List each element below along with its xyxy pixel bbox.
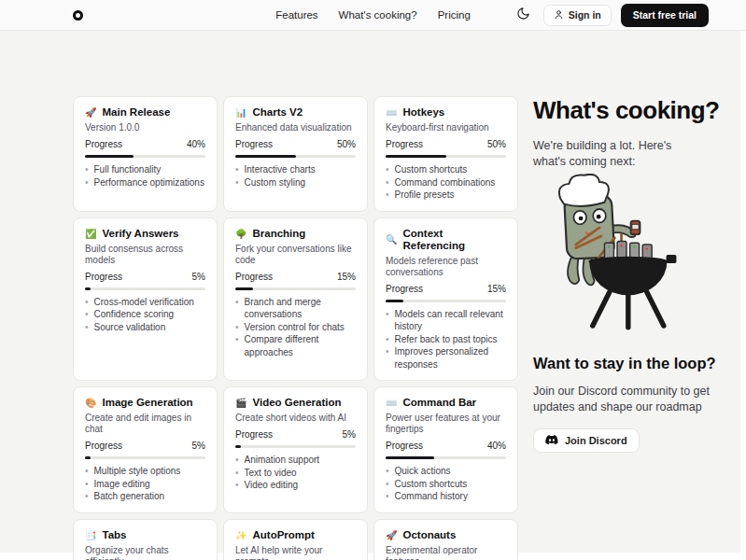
progress-bar	[386, 155, 506, 158]
progress-value: 50%	[487, 139, 506, 150]
bullet-text: Source validation	[94, 321, 166, 334]
bullet-dot: •	[85, 176, 89, 189]
user-icon	[554, 9, 564, 21]
feature-bullet: •Branch and merge conversations	[235, 296, 356, 321]
feature-card: 📑 Tabs Organize your chats efficiently P…	[73, 519, 218, 560]
bullet-dot: •	[386, 163, 389, 176]
feature-bullet: •Improves personalized responses	[386, 345, 506, 371]
bullet-dot: •	[85, 321, 89, 334]
progress-bar	[386, 300, 506, 302]
discord-icon	[545, 435, 558, 447]
bullet-text: Image editing	[94, 478, 150, 491]
bullet-dot: •	[235, 467, 239, 480]
feature-bullet: •Custom shortcuts	[386, 163, 506, 176]
feature-bullet: •Text to video	[235, 467, 356, 480]
feature-card: 🚀 Octonauts Experimental operator featur…	[373, 519, 518, 560]
feature-subtitle: Create short videos with AI	[235, 413, 356, 424]
feature-bullet: •Quick actions	[386, 465, 506, 478]
progress-value: 50%	[337, 139, 356, 150]
feature-bullet: •Interactive charts	[235, 163, 356, 176]
nav-link-whats-cooking[interactable]: What's cooking?	[339, 9, 417, 21]
feature-bullet-list: •Branch and merge conversations•Version …	[235, 296, 356, 359]
feature-bullet: •Performance optimizations	[85, 176, 205, 189]
feature-subtitle: Enhanced data visualization	[235, 122, 356, 133]
progress-value: 15%	[337, 272, 356, 283]
sign-in-button[interactable]: Sign in	[543, 5, 612, 26]
progress-bar	[235, 155, 356, 158]
feature-title: Main Release	[102, 106, 170, 119]
sparkles-icon: ✨	[235, 529, 246, 541]
feature-bullet-list: •Interactive charts•Custom styling	[235, 163, 356, 189]
octopus-chef-grill-illustration	[533, 174, 740, 338]
feature-bullet: •Refer back to past topics	[386, 333, 506, 346]
bullet-text: Profile presets	[395, 189, 455, 202]
feature-subtitle: Version 1.0.0	[85, 122, 205, 133]
feature-bullet: •Custom shortcuts	[386, 478, 506, 491]
start-free-trial-button[interactable]: Start free trial	[621, 4, 709, 27]
feature-bullet: •Models can recall relevant history	[386, 308, 506, 333]
feature-subtitle: Let AI help write your prompts	[235, 545, 356, 560]
feature-bullet: •Command combinations	[386, 176, 506, 189]
progress-bar-fill	[85, 287, 91, 290]
bullet-text: Compare different approaches	[245, 333, 356, 358]
progress-bar	[235, 445, 356, 448]
bullet-text: Custom styling	[245, 176, 306, 189]
feature-bullet: •Compare different approaches	[235, 333, 356, 358]
feature-bullet: •Source validation	[85, 321, 205, 334]
bullet-text: Cross-model verification	[94, 296, 194, 309]
moon-icon	[516, 7, 530, 23]
feature-bullet: •Multiple style options	[85, 465, 205, 478]
progress-label: Progress	[235, 429, 273, 441]
sign-in-label: Sign in	[569, 9, 601, 21]
nav-link-features[interactable]: Features	[275, 9, 317, 21]
feature-subtitle: Keyboard-first navigation	[386, 122, 506, 133]
bullet-dot: •	[235, 163, 239, 176]
progress-value: 5%	[192, 441, 205, 452]
magnifier-icon: 🔍	[386, 233, 397, 245]
feature-bullet: •Image editing	[85, 478, 205, 491]
progress-bar-fill	[85, 456, 91, 459]
progress-bar	[85, 287, 205, 290]
loop-title: Want to stay in the loop?	[533, 355, 740, 372]
progress-label: Progress	[235, 139, 273, 150]
feature-title: Verify Answers	[102, 228, 178, 240]
progress-bar-fill	[386, 300, 403, 302]
progress-bar	[386, 456, 506, 459]
nav-link-pricing[interactable]: Pricing	[438, 9, 471, 21]
feature-card: 🎬 Video Generation Create short videos w…	[223, 386, 368, 513]
bullet-dot: •	[235, 454, 239, 467]
progress-bar-fill	[85, 155, 134, 158]
feature-subtitle: Experimental operator features	[386, 545, 506, 560]
feature-card: 🚀 Main Release Version 1.0.0 Progress 40…	[73, 96, 218, 212]
feature-bullet: •Animation support	[235, 454, 356, 467]
keyboard-icon: ⌨️	[386, 106, 397, 119]
rocket-icon: 🚀	[386, 529, 397, 541]
feature-title: Charts V2	[252, 106, 303, 119]
bullet-dot: •	[235, 176, 239, 189]
bullet-dot: •	[85, 163, 89, 176]
rocket-icon: 🚀	[85, 106, 96, 119]
logo-icon[interactable]	[73, 10, 83, 21]
bullet-text: Command history	[395, 490, 468, 503]
bullet-text: Animation support	[245, 454, 320, 467]
feature-bullet: •Version control for chats	[235, 321, 356, 334]
bullet-text: Refer back to past topics	[395, 333, 498, 346]
bullet-dot: •	[235, 321, 239, 334]
feature-bullet: •Full functionality	[85, 163, 205, 176]
feature-title: Video Generation	[252, 397, 341, 409]
feature-card: 📊 Charts V2 Enhanced data visualization …	[223, 96, 368, 212]
progress-label: Progress	[386, 139, 423, 150]
feature-subtitle: Organize your chats efficiently	[85, 545, 205, 560]
progress-bar-fill	[235, 155, 296, 158]
page-title: What's cooking?	[533, 96, 740, 125]
feature-bullet: •Batch generation	[85, 490, 205, 503]
feature-bullet: •Custom styling	[235, 176, 356, 189]
theme-toggle-button[interactable]	[514, 5, 534, 25]
feature-title: Command Bar	[402, 397, 476, 409]
bar-chart-icon: 📊	[235, 106, 246, 119]
tabs-icon: 📑	[85, 529, 96, 541]
feature-bullet-list: •Animation support•Text to video•Video e…	[235, 454, 356, 492]
join-discord-button[interactable]: Join Discord	[533, 428, 640, 453]
bullet-dot: •	[235, 479, 239, 492]
bullet-text: Text to video	[245, 467, 297, 480]
